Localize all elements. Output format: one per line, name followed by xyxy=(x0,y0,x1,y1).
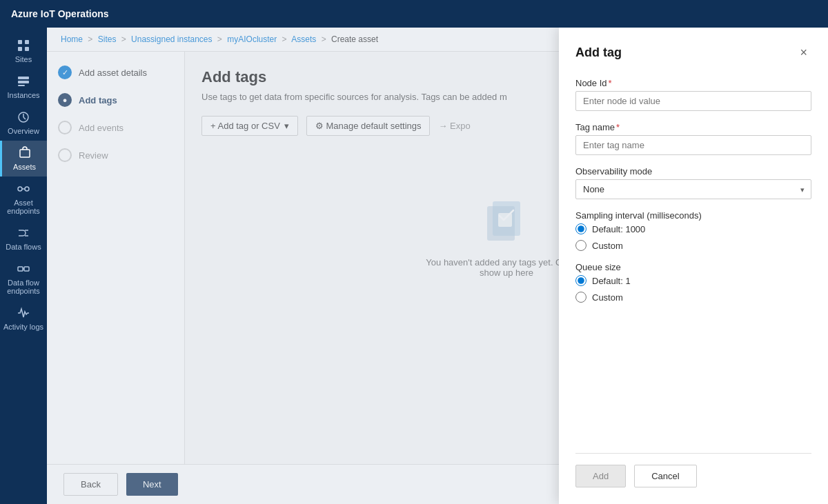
instances-icon xyxy=(17,74,30,88)
svg-rect-1 xyxy=(25,40,29,44)
queue-default-label: Default: 1 xyxy=(592,276,631,286)
queue-custom-option[interactable]: Custom xyxy=(575,292,811,303)
app-title: Azure IoT Operations xyxy=(11,8,109,19)
sidebar-label-overview: Overview xyxy=(8,127,39,135)
sidebar-label-assets: Assets xyxy=(13,163,36,171)
sampling-default-radio[interactable] xyxy=(575,223,586,234)
svg-rect-4 xyxy=(18,77,29,79)
queue-size-group: Queue size Default: 1 Custom xyxy=(575,262,811,303)
sidebar-item-activity-logs[interactable]: Activity logs xyxy=(0,301,47,336)
sidebar-label-asset-endpoints: Asset endpoints xyxy=(3,199,44,215)
node-id-required: * xyxy=(609,78,612,88)
svg-line-9 xyxy=(23,117,26,119)
sidebar-label-data-flow-endpoints: Data flow endpoints xyxy=(3,279,44,295)
queue-default-option[interactable]: Default: 1 xyxy=(575,275,811,286)
svg-rect-2 xyxy=(18,47,22,51)
node-id-group: Node Id* xyxy=(575,78,811,111)
sampling-interval-radio-group: Default: 1000 Custom xyxy=(575,223,811,251)
overview-icon xyxy=(17,110,30,124)
activity-icon xyxy=(17,306,30,320)
sidebar: Sites Instances Overview xyxy=(0,28,47,504)
sidebar-item-assets[interactable]: Assets xyxy=(0,141,47,177)
tag-name-group: Tag name* xyxy=(575,122,811,155)
sampling-custom-option[interactable]: Custom xyxy=(575,240,811,251)
panel-title: Add tag xyxy=(575,46,622,60)
sampling-default-label: Default: 1000 xyxy=(592,224,645,234)
svg-rect-15 xyxy=(24,267,29,271)
assets-icon xyxy=(18,146,32,160)
content-area: Home > Sites > Unassigned instances > my… xyxy=(47,28,828,504)
sampling-interval-group: Sampling interval (milliseconds) Default… xyxy=(575,210,811,251)
queue-custom-radio[interactable] xyxy=(575,292,586,303)
queue-default-radio[interactable] xyxy=(575,275,586,286)
sidebar-label-sites: Sites xyxy=(15,55,32,63)
svg-point-12 xyxy=(25,187,29,191)
sampling-interval-label: Sampling interval (milliseconds) xyxy=(575,210,811,221)
svg-rect-14 xyxy=(18,267,23,271)
sampling-custom-label: Custom xyxy=(592,241,623,251)
cancel-button[interactable]: Cancel xyxy=(634,465,696,487)
sidebar-item-overview[interactable]: Overview xyxy=(0,105,47,141)
sidebar-label-data-flows: Data flows xyxy=(6,243,41,251)
queue-custom-label: Custom xyxy=(592,292,623,303)
sidebar-item-sites[interactable]: Sites xyxy=(0,33,47,69)
svg-rect-0 xyxy=(18,40,22,44)
sidebar-item-data-flow-endpoints[interactable]: Data flow endpoints xyxy=(0,256,47,301)
svg-rect-5 xyxy=(18,81,29,83)
tag-name-input[interactable] xyxy=(575,135,811,155)
endpoints-icon xyxy=(17,182,30,196)
tag-name-required: * xyxy=(616,122,620,132)
panel-footer: Add Cancel xyxy=(575,453,811,487)
tag-name-label: Tag name* xyxy=(575,122,811,132)
observability-mode-label: Observability mode xyxy=(575,166,811,177)
sampling-default-option[interactable]: Default: 1000 xyxy=(575,223,811,234)
sidebar-label-instances: Instances xyxy=(7,91,39,99)
close-panel-button[interactable]: × xyxy=(796,44,811,61)
sidebar-label-activity-logs: Activity logs xyxy=(3,323,43,331)
grid-icon xyxy=(17,39,30,52)
sidebar-item-data-flows[interactable]: Data flows xyxy=(0,221,47,256)
svg-rect-3 xyxy=(25,47,29,51)
sampling-custom-radio[interactable] xyxy=(575,240,586,251)
svg-rect-10 xyxy=(20,150,30,157)
svg-rect-6 xyxy=(18,85,25,86)
df-endpoints-icon xyxy=(17,262,30,276)
add-tag-panel: Add tag × Node Id* Tag name* Observabili… xyxy=(559,28,828,504)
node-id-input[interactable] xyxy=(575,91,811,111)
sidebar-item-asset-endpoints[interactable]: Asset endpoints xyxy=(0,177,47,221)
node-id-label: Node Id* xyxy=(575,78,811,88)
add-button[interactable]: Add xyxy=(575,465,626,487)
observability-mode-group: Observability mode None Gauge Counter Hi… xyxy=(575,166,811,199)
dataflows-icon xyxy=(17,226,30,240)
sidebar-item-instances[interactable]: Instances xyxy=(0,69,47,105)
observability-mode-select-wrapper: None Gauge Counter Histogram Log ▾ xyxy=(575,179,811,199)
queue-size-radio-group: Default: 1 Custom xyxy=(575,275,811,303)
observability-mode-select[interactable]: None Gauge Counter Histogram Log xyxy=(575,179,811,199)
svg-point-11 xyxy=(18,187,22,191)
queue-size-label: Queue size xyxy=(575,262,811,272)
panel-header: Add tag × xyxy=(575,44,811,61)
